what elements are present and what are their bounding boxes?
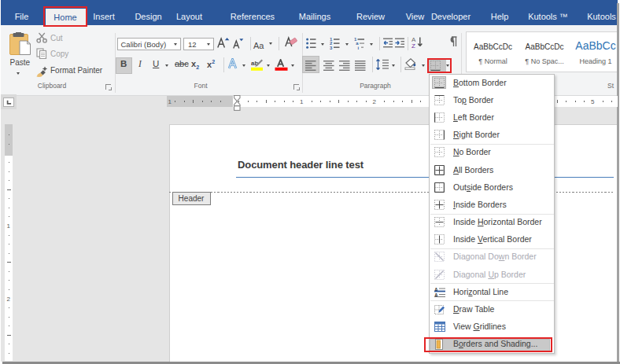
svg-text:3: 3 — [330, 45, 333, 50]
svg-text:Z: Z — [411, 42, 415, 49]
svg-text:i: i — [357, 45, 359, 50]
